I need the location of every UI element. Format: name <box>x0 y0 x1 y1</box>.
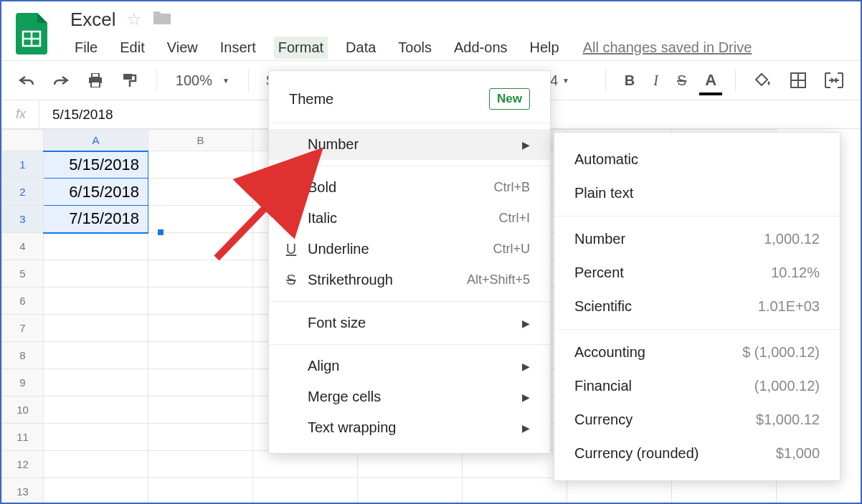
strikethrough-button[interactable]: S <box>673 70 691 92</box>
menu-format[interactable]: Format <box>274 37 328 59</box>
format-fontsize-label: Font size <box>308 315 366 331</box>
format-theme-label: Theme <box>289 91 333 108</box>
select-all-corner[interactable] <box>2 130 44 151</box>
cell-A2[interactable]: 6/15/2018 <box>44 179 148 206</box>
underline-icon: U <box>282 241 300 257</box>
svg-rect-4 <box>92 73 99 77</box>
zoom-dropdown[interactable]: 100% <box>171 70 234 92</box>
folder-icon[interactable] <box>152 9 172 31</box>
undo-button[interactable] <box>14 72 39 88</box>
strikethrough-icon: S <box>282 272 300 288</box>
row-header-11[interactable]: 11 <box>2 424 44 451</box>
document-title[interactable]: Excel <box>70 9 116 31</box>
cell-A1[interactable]: 5/15/2018 <box>44 151 148 179</box>
col-header-B[interactable]: B <box>148 130 253 151</box>
number-submenu: Automatic Plain text Number1,000.12 Perc… <box>554 132 840 481</box>
number-currency[interactable]: Currency$1,000.12 <box>554 403 840 437</box>
row-header-13[interactable]: 13 <box>2 478 44 505</box>
format-align[interactable]: Align ▶ <box>269 351 550 381</box>
number-plaintext[interactable]: Plain text <box>554 176 840 210</box>
row-header-5[interactable]: 5 <box>2 260 44 287</box>
bold-button[interactable]: B <box>620 70 639 92</box>
cell-A3[interactable]: 7/15/2018 <box>44 206 148 233</box>
submenu-arrow-icon: ▶ <box>522 318 530 329</box>
italic-icon: I <box>282 210 300 227</box>
save-status[interactable]: All changes saved in Drive <box>583 39 752 56</box>
format-bold[interactable]: B Bold Ctrl+B <box>269 172 550 203</box>
menu-data[interactable]: Data <box>341 37 380 59</box>
shortcut-label: Alt+Shift+5 <box>467 272 530 287</box>
format-dropdown-menu: Theme New Number ▶ B Bold Ctrl+B I Itali… <box>268 70 551 454</box>
format-number[interactable]: Number ▶ <box>269 129 550 160</box>
zoom-value: 100% <box>176 72 212 89</box>
merge-cells-button[interactable] <box>820 70 848 91</box>
borders-button[interactable] <box>786 70 810 91</box>
text-color-button[interactable]: A <box>701 68 721 92</box>
fx-icon: fx <box>16 107 26 122</box>
menu-tools[interactable]: Tools <box>394 37 436 59</box>
row-header-9[interactable]: 9 <box>2 369 44 396</box>
formula-input[interactable]: 5/15/2018 <box>39 100 113 128</box>
format-wrap[interactable]: Text wrapping ▶ <box>269 412 550 443</box>
star-icon[interactable]: ☆ <box>126 9 142 29</box>
format-italic-label: Italic <box>308 210 337 227</box>
format-underline[interactable]: U Underline Ctrl+U <box>269 234 550 265</box>
format-theme[interactable]: Theme New <box>269 81 550 117</box>
format-underline-label: Underline <box>308 241 369 257</box>
format-strike-label: Strikethrough <box>308 272 393 288</box>
submenu-arrow-icon: ▶ <box>522 422 530 434</box>
format-wrap-label: Text wrapping <box>308 419 396 436</box>
print-button[interactable] <box>83 70 108 90</box>
number-financial[interactable]: Financial(1,000.12) <box>554 369 840 403</box>
row-header-10[interactable]: 10 <box>2 396 44 424</box>
italic-button[interactable]: I <box>649 70 663 92</box>
new-badge: New <box>489 88 530 110</box>
format-bold-label: Bold <box>308 179 336 196</box>
submenu-arrow-icon: ▶ <box>522 361 530 372</box>
fill-handle[interactable] <box>158 229 164 235</box>
bold-icon: B <box>282 179 300 196</box>
menu-file[interactable]: File <box>70 37 102 59</box>
redo-button[interactable] <box>49 72 73 88</box>
menu-insert[interactable]: Insert <box>216 37 260 59</box>
number-currency-rounded[interactable]: Currency (rounded)$1,000 <box>554 437 840 470</box>
row-header-2[interactable]: 2 <box>2 179 44 206</box>
format-align-label: Align <box>308 358 339 374</box>
row-header-3[interactable]: 3 <box>2 206 44 233</box>
row-header-12[interactable]: 12 <box>2 451 44 478</box>
row-header-7[interactable]: 7 <box>2 315 44 342</box>
menu-help[interactable]: Help <box>526 37 564 59</box>
menu-addons[interactable]: Add-ons <box>450 37 512 59</box>
number-accounting[interactable]: Accounting$ (1,000.12) <box>554 336 840 369</box>
sheets-logo-icon <box>14 11 49 56</box>
number-percent[interactable]: Percent10.12% <box>554 256 840 290</box>
row-header-8[interactable]: 8 <box>2 342 44 369</box>
number-automatic[interactable]: Automatic <box>554 143 840 176</box>
number-number[interactable]: Number1,000.12 <box>554 222 840 256</box>
format-number-label: Number <box>308 136 359 153</box>
paint-format-button[interactable] <box>118 70 142 91</box>
submenu-arrow-icon: ▶ <box>522 391 530 403</box>
shortcut-label: Ctrl+I <box>498 211 530 226</box>
format-italic[interactable]: I Italic Ctrl+I <box>269 203 550 234</box>
svg-rect-6 <box>123 74 132 80</box>
format-font-size[interactable]: Font size ▶ <box>269 308 550 338</box>
col-header-A[interactable]: A <box>44 130 148 151</box>
shortcut-label: Ctrl+U <box>493 242 530 257</box>
row-header-6[interactable]: 6 <box>2 287 44 315</box>
number-scientific[interactable]: Scientific1.01E+03 <box>554 290 840 323</box>
format-strikethrough[interactable]: S Strikethrough Alt+Shift+5 <box>269 265 550 295</box>
submenu-arrow-icon: ▶ <box>522 139 530 151</box>
row-header-1[interactable]: 1 <box>2 151 44 179</box>
title-bar: Excel ☆ File Edit View Insert Format Dat… <box>1 1 861 60</box>
shortcut-label: Ctrl+B <box>493 180 530 195</box>
svg-rect-5 <box>91 82 100 87</box>
row-header-4[interactable]: 4 <box>2 233 44 260</box>
format-merge[interactable]: Merge cells ▶ <box>269 381 550 412</box>
menu-bar: File Edit View Insert Format Data Tools … <box>70 34 752 60</box>
menu-view[interactable]: View <box>163 37 202 59</box>
format-merge-label: Merge cells <box>308 389 381 405</box>
menu-edit[interactable]: Edit <box>115 37 148 59</box>
fill-color-button[interactable] <box>750 70 776 91</box>
